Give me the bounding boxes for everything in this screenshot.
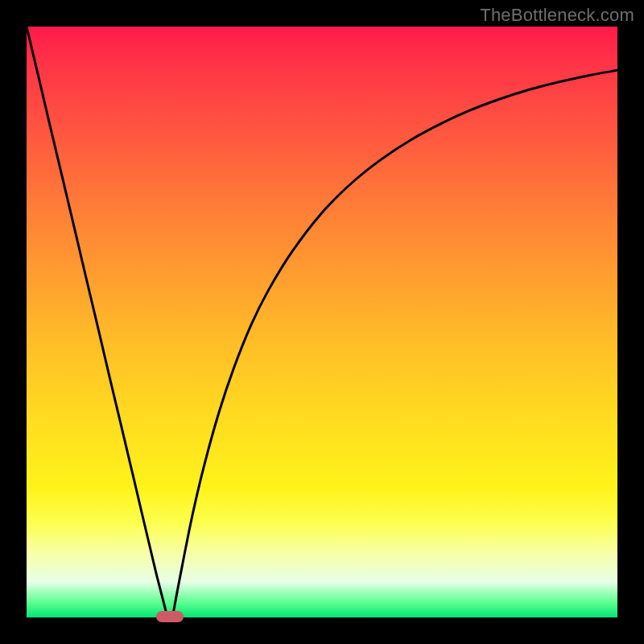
chart-frame: TheBottleneck.com [0,0,644,644]
curve-left-branch [27,27,167,614]
plot-area [27,27,617,617]
bottleneck-marker [156,611,184,622]
watermark-text: TheBottleneck.com [480,5,634,26]
curve-right-branch [173,70,617,613]
curve-layer [27,27,617,617]
